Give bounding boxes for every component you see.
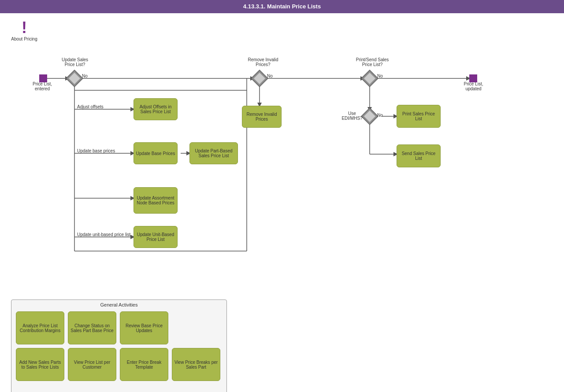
adjust-offsets-node[interactable]: Adjust Offsets in Sales Price List — [134, 98, 178, 120]
ga-node-1[interactable]: Analyze Price List Contribution Margins — [16, 311, 64, 344]
send-sales-node[interactable]: Send Sales Price List — [397, 144, 441, 167]
print-sales-node[interactable]: Print Sales Price List — [397, 105, 441, 128]
update-assortment-node[interactable]: Update Assortment Node Based Prices — [134, 187, 178, 214]
ga-node-5[interactable]: View Price List per Customer — [68, 348, 116, 381]
update-part-based-node[interactable]: Update Part-Based Sales Price List — [189, 142, 238, 164]
decision4-label: Use EDI/MHS? — [339, 111, 365, 121]
exclamation-icon: ! — [22, 20, 27, 36]
ga-node-3[interactable]: Review Base Price Updates — [120, 311, 168, 344]
general-activities-box: General Activities Analyze Price List Co… — [11, 300, 227, 392]
end-label: Price List, updated — [459, 81, 488, 91]
ga-node-2[interactable]: Change Status on Sales Part Base Price — [68, 311, 116, 344]
about-label: About Pricing — [11, 37, 37, 41]
decision3-no: No — [377, 74, 383, 78]
edge-adjust-offsets: Adjust offsets — [77, 104, 104, 109]
canvas: ! About Pricing — [0, 13, 564, 392]
about-pricing[interactable]: ! About Pricing — [9, 20, 40, 41]
decision1-no: No — [82, 74, 88, 78]
ga-node-7[interactable]: View Price Breaks per Sales Part — [172, 348, 220, 381]
ga-node-6[interactable]: Enter Price Break Template — [120, 348, 168, 381]
start-label: Price List, entered — [29, 81, 56, 91]
decision2-no: No — [267, 74, 273, 78]
update-unit-based-node[interactable]: Update Unit-Based Price List — [134, 226, 178, 248]
edge-update-base: Update base prices — [77, 148, 115, 153]
decision4-no: No — [377, 113, 383, 118]
page-title: 4.13.3.1. Maintain Price Lists — [243, 3, 321, 10]
edge-unit-based: Update unit-based price list — [77, 232, 130, 237]
title-bar: 4.13.3.1. Maintain Price Lists — [0, 0, 564, 13]
update-base-prices-node[interactable]: Update Base Prices — [134, 142, 178, 164]
general-activities-grid: Analyze Price List Contribution Margins … — [11, 309, 226, 383]
remove-invalid-node[interactable]: Remove Invalid Prices — [242, 106, 282, 128]
ga-node-4[interactable]: Add New Sales Parts to Sales Price Lists — [16, 348, 64, 381]
decision3-label: Print/Send Sales Price List? — [352, 57, 392, 67]
decision1-label: Update Sales Price List? — [57, 57, 93, 67]
decision2-label: Remove Invalid Prices? — [243, 57, 283, 67]
general-activities-title: General Activities — [11, 300, 226, 309]
